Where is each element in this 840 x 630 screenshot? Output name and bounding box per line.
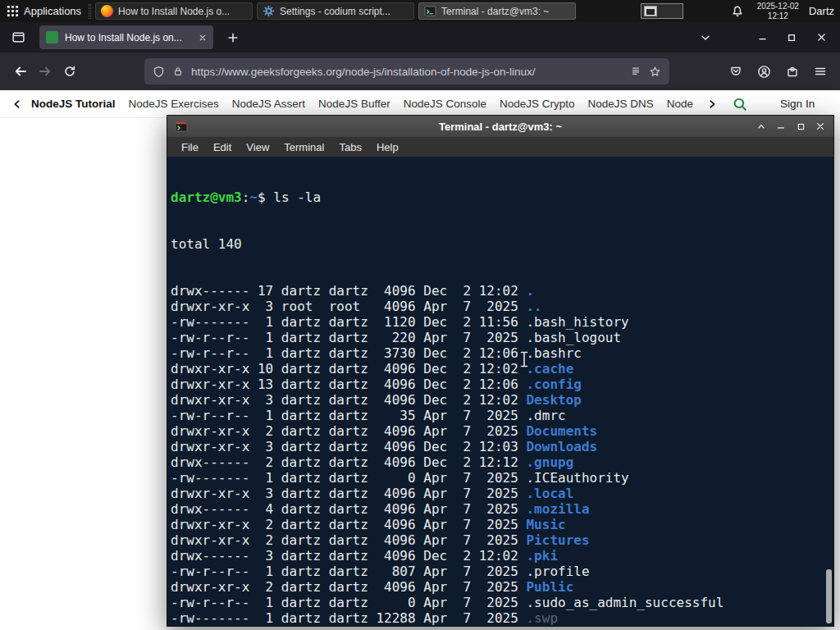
bookmark-star-icon[interactable] [649, 66, 661, 78]
menu-edit[interactable]: Edit [206, 141, 239, 153]
browser-tab-bar: How to Install Node.js on... [0, 22, 840, 52]
notification-bell-icon[interactable] [731, 5, 744, 18]
terminal-line: -rw-r--r-- 1 dartz dartz 0 Apr 7 2025 .s… [171, 595, 833, 610]
site-category-nav: NodeJS Tutorial NodeJS Exercises NodeJS … [0, 90, 840, 118]
terminal-title: Terminal - dartz@vm3: ~ [167, 121, 833, 133]
terminal-line: -rw-r--r-- 1 dartz dartz 35 Apr 7 2025 .… [171, 408, 833, 423]
tracking-shield-icon[interactable] [153, 66, 165, 78]
applications-menu-button[interactable]: Applications [4, 3, 88, 19]
account-icon[interactable] [757, 65, 771, 79]
mouse-ibeam-cursor [519, 351, 529, 368]
terminal-line: drwx------ 2 dartz dartz 4096 Dec 2 12:1… [171, 454, 833, 470]
sitenav-item-assert[interactable]: NodeJS Assert [232, 98, 305, 110]
prompt-line: dartz@vm3:~$ ls -la [171, 189, 833, 205]
terminal-line: drwx------ 17 dartz dartz 4096 Dec 2 12:… [171, 283, 833, 299]
menu-hamburger-icon[interactable] [814, 65, 827, 79]
terminal-line: -rw-r--r-- 1 dartz dartz 220 Apr 7 2025 … [171, 330, 833, 345]
terminal-line: drwxr-xr-x 2 dartz dartz 4096 Apr 7 2025… [171, 532, 833, 548]
tab-title: How to Install Node.js on... [65, 32, 192, 43]
lock-icon[interactable] [172, 66, 184, 77]
list-all-tabs-icon[interactable] [694, 26, 717, 49]
terminal-screen[interactable]: dartz@vm3:~$ ls -la total 140 drwx------… [167, 157, 833, 626]
browser-maximize-button[interactable] [779, 27, 804, 48]
menu-file[interactable]: File [174, 141, 206, 153]
terminal-line: drwxr-xr-x 3 dartz dartz 4096 Dec 2 12:0… [171, 439, 833, 454]
reload-icon[interactable] [57, 57, 82, 85]
panel-username[interactable]: Dartz [809, 5, 834, 17]
sitenav-item-buffer[interactable]: NodeJS Buffer [318, 98, 390, 110]
menu-view[interactable]: View [239, 141, 276, 153]
panel-separator [89, 4, 91, 19]
terminal-line: drwxr-xr-x 2 dartz dartz 4096 Apr 7 2025… [171, 579, 833, 595]
pocket-icon[interactable] [729, 65, 742, 79]
taskbar-window-settings[interactable]: Settings - codium script... [257, 2, 414, 20]
terminal-line: -rw------- 1 dartz dartz 12288 Apr 7 202… [171, 610, 833, 626]
terminal-window: Terminal - dartz@vm3: ~ File Edit View T… [167, 115, 834, 627]
extensions-puzzle-icon[interactable] [786, 65, 799, 79]
taskbar-window-terminal[interactable]: Terminal - dartz@vm3: ~ [418, 2, 576, 20]
firefox-view-icon[interactable] [7, 26, 30, 49]
terminal-line: drwxr-xr-x 2 dartz dartz 4096 Apr 7 2025… [171, 517, 833, 532]
url-text[interactable]: https://www.geeksforgeeks.org/node-js/in… [191, 66, 623, 78]
desktop-panel: Applications How to Install Node.js o...… [0, 0, 840, 22]
sitenav-item-crypto[interactable]: NodeJS Crypto [500, 98, 575, 110]
terminal-menubar: File Edit View Terminal Tabs Help [167, 137, 833, 157]
command-text: ls -la [273, 189, 321, 205]
terminal-line: drwxr-xr-x 3 dartz dartz 4096 Apr 7 2025… [171, 486, 833, 501]
terminal-line: drwx------ 3 dartz dartz 4096 Dec 2 12:0… [171, 548, 833, 564]
settings-gear-icon [262, 5, 275, 17]
terminal-minimize-icon[interactable] [775, 121, 787, 132]
terminal-line: drwxr-xr-x 2 dartz dartz 4096 Apr 7 2025… [171, 423, 833, 439]
firefox-icon [101, 5, 113, 17]
sign-in-button[interactable]: Sign In [780, 98, 815, 110]
terminal-line: -rw-r--r-- 1 dartz dartz 3730 Dec 2 12:0… [171, 345, 833, 361]
browser-minimize-button[interactable] [750, 27, 774, 48]
nav-scroll-left-icon[interactable] [11, 98, 23, 110]
terminal-line: drwxr-xr-x 3 root root 4096 Apr 7 2025 .… [171, 299, 833, 314]
forward-icon[interactable] [33, 57, 57, 85]
back-icon[interactable] [8, 57, 33, 85]
terminal-line: drwxr-xr-x 13 dartz dartz 4096 Dec 2 12:… [171, 377, 833, 392]
terminal-close-icon[interactable] [815, 121, 826, 132]
terminal-scrollbar-thumb[interactable] [826, 569, 832, 623]
terminal-window-icon [175, 120, 188, 133]
sitenav-item-truncated[interactable]: Node [667, 98, 693, 110]
sitenav-item-exercises[interactable]: NodeJS Exercises [129, 98, 219, 110]
menu-tabs[interactable]: Tabs [331, 141, 368, 153]
nav-scroll-right-icon[interactable] [706, 98, 718, 110]
sitenav-item-dns[interactable]: NodeJS DNS [588, 98, 654, 110]
taskbar-window-firefox[interactable]: How to Install Node.js o... [95, 2, 253, 20]
toolbar-right-icons [729, 65, 827, 79]
terminal-window-controls [756, 121, 826, 132]
terminal-listing: drwx------ 17 dartz dartz 4096 Dec 2 12:… [171, 283, 833, 626]
terminal-icon [424, 5, 436, 17]
browser-close-button[interactable] [809, 27, 833, 48]
applications-menu-label: Applications [24, 5, 81, 17]
total-line: total 140 [171, 236, 833, 252]
terminal-line: -rw-r--r-- 1 dartz dartz 807 Apr 7 2025 … [171, 564, 833, 579]
terminal-shade-icon[interactable] [756, 121, 767, 132]
terminal-maximize-icon[interactable] [795, 121, 806, 132]
tab-close-icon[interactable] [199, 34, 207, 42]
terminal-line: drwxr-xr-x 3 dartz dartz 4096 Dec 2 12:0… [171, 392, 833, 408]
url-bar[interactable]: https://www.geeksforgeeks.org/node-js/in… [144, 58, 669, 84]
browser-tab[interactable]: How to Install Node.js on... [39, 25, 213, 49]
terminal-line: drwxr-xr-x 10 dartz dartz 4096 Dec 2 12:… [171, 361, 833, 377]
menu-terminal[interactable]: Terminal [276, 141, 331, 153]
terminal-line: -rw------- 1 dartz dartz 1120 Dec 2 11:5… [171, 314, 833, 330]
menu-help[interactable]: Help [369, 141, 406, 153]
reader-view-icon[interactable] [630, 66, 641, 77]
terminal-line: -rw------- 1 dartz dartz 0 Apr 7 2025 .I… [171, 470, 833, 486]
new-tab-button[interactable] [221, 26, 244, 49]
search-icon[interactable] [733, 97, 747, 112]
sitenav-item-console[interactable]: NodeJS Console [404, 98, 486, 110]
terminal-titlebar[interactable]: Terminal - dartz@vm3: ~ [167, 116, 833, 137]
panel-clock[interactable]: 2025-12-02 12:12 [757, 2, 799, 21]
tab-favicon [46, 31, 58, 43]
sitenav-item-tutorial[interactable]: NodeJS Tutorial [31, 98, 116, 110]
clock-time: 12:12 [757, 11, 799, 21]
workspace-switcher[interactable] [641, 3, 683, 19]
workspace-mini-window [644, 6, 657, 16]
browser-toolbar: https://www.geeksforgeeks.org/node-js/in… [0, 52, 840, 90]
clock-date: 2025-12-02 [757, 2, 799, 11]
